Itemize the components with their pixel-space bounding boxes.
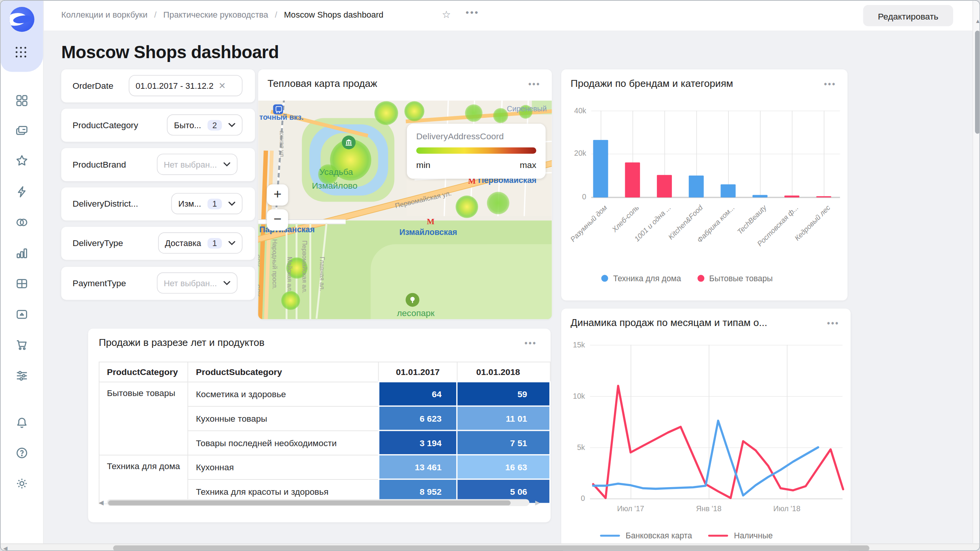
widget-menu-icon[interactable]: •••	[524, 339, 537, 348]
favorite-star-icon[interactable]: ☆	[442, 9, 451, 21]
map-zoom-out-button[interactable]: −	[267, 209, 288, 231]
scrollbar-thumb[interactable]	[108, 500, 510, 505]
edit-button[interactable]: Редактировать	[863, 5, 953, 26]
scroll-right-icon[interactable]: ▶	[535, 499, 540, 506]
sales-table: ProductCategory ProductSubcategory 01.01…	[99, 362, 550, 504]
breadcrumb-guides[interactable]: Практические руководства	[163, 10, 268, 19]
selected-count-badge: 2	[207, 120, 222, 130]
cell-subcategory: Кухонные товары	[188, 406, 378, 430]
filter-deliverytype: DeliveryType Доставка 1	[61, 227, 255, 260]
col-2017[interactable]: 01.01.2017	[379, 362, 457, 381]
gridline	[792, 111, 793, 197]
table-row[interactable]: Техника для домаКухонная13 46116 63	[99, 455, 550, 479]
clear-icon[interactable]: ✕	[219, 81, 226, 91]
cell-subcategory: Кухонная	[188, 455, 378, 479]
map-label: Сиреневый	[507, 104, 547, 113]
cell-2018-value: 59	[457, 382, 550, 406]
map-label: Измайлово	[312, 181, 358, 191]
legend-item[interactable]: Бытовые товары	[697, 274, 773, 283]
breadcrumb-separator: /	[154, 10, 157, 19]
chevron-down-icon	[228, 201, 236, 206]
settings-gear-icon[interactable]	[15, 477, 29, 491]
heatmap-widget: Тепловая карта продаж •••	[258, 69, 552, 319]
legend-item[interactable]: Банковская карта	[600, 531, 692, 540]
map-gradient-legend: DeliveryAddressCoord min max	[407, 124, 546, 179]
filter-label: ProductCategory	[72, 120, 138, 130]
bar-chart-icon[interactable]	[15, 246, 29, 260]
gridline	[824, 111, 825, 197]
line-plot-area	[561, 309, 851, 521]
bar-Kitchen&Food	[689, 176, 704, 197]
filter-label: PaymentType	[72, 278, 126, 288]
sidebar	[1, 1, 44, 544]
datalens-logo-icon[interactable]	[9, 7, 34, 32]
productcategory-value: Быто...	[174, 120, 201, 129]
bar-plot-area: Разумный домХлеб-соль1001 и одна ...Kitc…	[561, 69, 848, 300]
map-label: точный вкз.	[260, 113, 304, 122]
widget-title: Тепловая карта продаж	[268, 78, 377, 89]
map-label: Главная ал.	[319, 257, 326, 291]
scroll-left-icon[interactable]: ◀	[3, 545, 7, 551]
bar-Фабрика ком...	[720, 184, 735, 197]
scrollbar-thumb[interactable]	[113, 545, 870, 551]
museum-icon	[342, 135, 356, 149]
scroll-left-icon[interactable]: ◀	[99, 499, 104, 506]
table-widget: Продажи в разрезе лет и продуктов ••• Pr…	[88, 329, 550, 522]
more-actions-icon[interactable]: •••	[466, 7, 479, 18]
orderdate-input[interactable]: 01.01.2017 - 31.12.2 ✕	[129, 75, 242, 96]
bar-Хлеб-соль	[625, 162, 640, 197]
filter-orderdate: OrderDate 01.01.2017 - 31.12.2 ✕	[61, 69, 255, 103]
cell-2017-value: 13 461	[379, 455, 457, 479]
filter-paymenttype: PaymentType Нет выбран...	[61, 267, 255, 300]
productbrand-select[interactable]: Нет выбран...	[157, 154, 238, 175]
deliverydistrict-select[interactable]: Изм... 1	[172, 193, 243, 214]
services-sliders-icon[interactable]	[15, 368, 29, 382]
scroll-up-icon[interactable]: ▲	[975, 18, 980, 24]
notifications-bell-icon[interactable]	[15, 416, 29, 430]
breadcrumb-current: Moscow Shops dashboard	[284, 10, 384, 19]
col-productcategory[interactable]: ProductCategory	[99, 362, 188, 381]
productcategory-select[interactable]: Быто... 2	[167, 114, 243, 136]
selected-count-badge: 1	[207, 238, 222, 248]
grid-2x2-icon[interactable]	[15, 94, 29, 108]
legend-field-name: DeliveryAddressCoord	[416, 131, 504, 141]
legend-item[interactable]: Наличные	[708, 531, 773, 540]
lightning-icon[interactable]	[15, 185, 29, 199]
bar-chart-widget: Продажи по брендам и категориям ••• 40k …	[561, 69, 848, 300]
legend-max: max	[520, 160, 536, 170]
marketplace-cart-icon[interactable]	[15, 338, 29, 352]
table-row[interactable]: Бытовые товарыКосметика и здоровье6459	[99, 382, 550, 406]
widget-menu-icon[interactable]: •••	[528, 79, 541, 88]
orderdate-value: 01.01.2017 - 31.12.2	[136, 81, 213, 90]
page-vertical-scrollbar[interactable]: ▲	[972, 1, 980, 544]
cell-subcategory: Товары последней необходимости	[188, 430, 378, 455]
cell-subcategory: Косметика и здоровье	[188, 382, 378, 406]
col-productsubcategory[interactable]: ProductSubcategory	[188, 362, 378, 381]
table-grid-icon[interactable]	[15, 277, 29, 290]
collections-folders-icon[interactable]	[15, 124, 29, 137]
map-zoom-in-button[interactable]: +	[267, 184, 288, 206]
scrollbar-thumb[interactable]	[975, 31, 980, 134]
table-horizontal-scrollbar[interactable]: ◀ ▶	[99, 499, 540, 507]
cell-2018-value: 7 51	[457, 430, 550, 455]
widget-title: Продажи в разрезе лет и продуктов	[99, 337, 265, 349]
page-horizontal-scrollbar[interactable]: ◀	[1, 543, 980, 551]
deliverytype-select[interactable]: Доставка 1	[158, 232, 243, 254]
col-2018[interactable]: 01.01.2018	[457, 362, 550, 381]
connections-circles-icon[interactable]	[15, 215, 29, 229]
help-icon[interactable]	[15, 446, 29, 460]
map-label: Первомайская ул.	[394, 189, 452, 209]
paymenttype-select[interactable]: Нет выбран...	[157, 272, 238, 294]
legend-item[interactable]: Техника для дома	[601, 274, 681, 283]
app-window: Коллекции и воркбуки / Практические руко…	[0, 0, 980, 551]
apps-grid-icon[interactable]	[16, 47, 28, 59]
breadcrumb-collections[interactable]: Коллекции и воркбуки	[61, 10, 147, 19]
filter-label: OrderDate	[72, 81, 113, 91]
metro-m-icon: М	[427, 217, 434, 227]
map-label: СВХ	[258, 284, 261, 297]
map-canvas[interactable]: точный вкз.СиреневыйУсадьбаИзмайловолесо…	[258, 101, 552, 319]
filter-deliverydistrict: DeliveryDistrict... Изм... 1	[61, 187, 255, 221]
filter-productbrand: ProductBrand Нет выбран...	[61, 148, 255, 181]
folder-image-icon[interactable]	[15, 307, 29, 321]
favorites-star-icon[interactable]	[15, 154, 29, 168]
